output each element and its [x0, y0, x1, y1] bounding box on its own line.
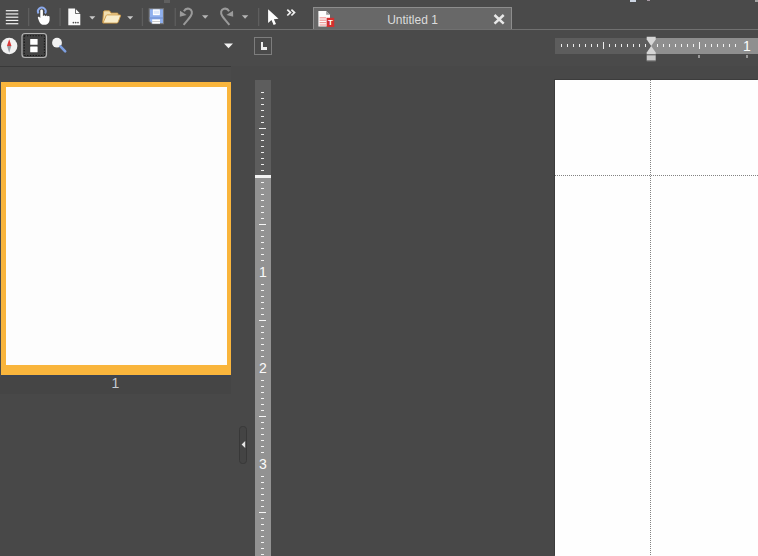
svg-text:T: T [328, 18, 333, 27]
